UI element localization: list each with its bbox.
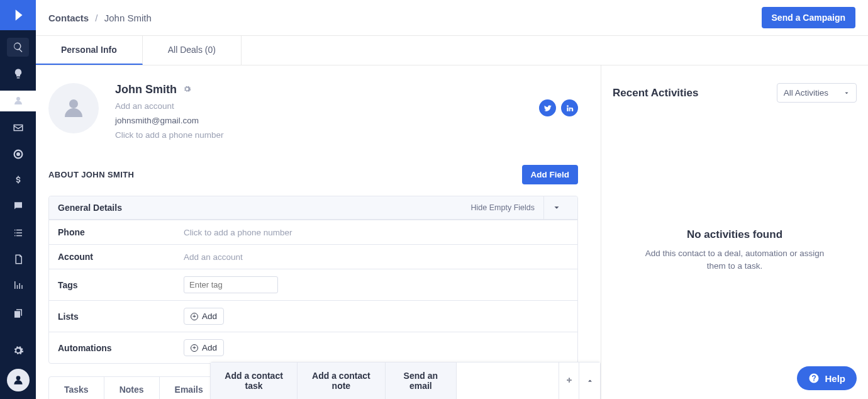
target-icon (13, 149, 24, 160)
sidebar-user-avatar[interactable] (7, 369, 30, 391)
gear-icon (183, 85, 191, 93)
move-action-bar-button[interactable] (559, 362, 580, 399)
sidebar-settings[interactable] (7, 339, 29, 361)
contact-details-pane: John Smith Add an account johnsmith@gmai… (36, 65, 601, 399)
search-icon (13, 42, 24, 53)
help-button[interactable]: Help (797, 366, 857, 390)
add-contact-note-button[interactable]: Add a contact note (298, 362, 385, 399)
chart-icon (13, 279, 24, 291)
add-contact-task-button[interactable]: Add a contact task (211, 362, 298, 399)
plus-icon: + (191, 344, 198, 352)
breadcrumb-current: John Smith (104, 13, 152, 23)
add-field-button[interactable]: Add Field (522, 165, 579, 184)
field-value-phone[interactable]: Click to add a phone number (184, 228, 292, 237)
contact-settings-button[interactable] (183, 84, 191, 96)
contact-email[interactable]: johnsmith@gmail.com (115, 116, 224, 125)
sidebar-chat[interactable] (7, 197, 29, 216)
field-label-account: Account (58, 252, 184, 262)
page-icon (13, 254, 24, 265)
sidebar-apps[interactable] (7, 302, 29, 324)
person-icon (12, 374, 25, 386)
field-label-lists: Lists (58, 312, 184, 322)
about-heading: ABOUT JOHN SMITH (48, 170, 134, 179)
twitter-icon (543, 104, 552, 113)
main-tabs: Personal Info All Deals (0) (36, 36, 868, 65)
linkedin-button[interactable] (561, 99, 578, 116)
recent-activities-title: Recent Activities (613, 87, 698, 99)
contact-add-phone-link[interactable]: Click to add a phone number (115, 130, 224, 140)
tab-personal-info[interactable]: Personal Info (36, 36, 143, 65)
twitter-button[interactable] (539, 99, 556, 116)
tags-input[interactable] (184, 276, 278, 293)
contacts-icon (13, 95, 24, 106)
chat-icon (13, 201, 24, 212)
recent-activities-pane: Recent Activities All Activities No acti… (601, 65, 868, 399)
action-spacer (457, 362, 559, 399)
sidebar-pages[interactable] (7, 250, 29, 269)
field-label-phone: Phone (58, 227, 184, 237)
person-icon (60, 95, 87, 121)
mail-icon (13, 122, 24, 133)
caret-down-icon (843, 90, 850, 96)
copy-icon (13, 308, 24, 319)
topbar: Contacts / John Smith Send a Campaign (36, 0, 868, 36)
hide-empty-fields-link[interactable]: Hide Empty Fields (471, 203, 535, 212)
contact-avatar[interactable] (48, 83, 99, 133)
field-label-tags: Tags (58, 280, 184, 290)
send-campaign-button[interactable]: Send a Campaign (762, 7, 855, 28)
tab-all-deals[interactable]: All Deals (0) (143, 36, 242, 65)
no-activities-title: No activities found (613, 228, 857, 241)
sidebar-idea[interactable] (7, 64, 29, 83)
tab-notes[interactable]: Notes (104, 377, 160, 399)
collapse-action-bar-button[interactable] (579, 362, 600, 399)
breadcrumb-separator: / (95, 13, 97, 23)
plus-icon: + (191, 313, 198, 320)
linkedin-icon (565, 104, 574, 113)
general-details-title: General Details (58, 203, 122, 213)
help-icon (808, 373, 820, 384)
add-automation-button[interactable]: +Add (184, 339, 224, 356)
breadcrumb: Contacts / John Smith (48, 13, 152, 23)
contact-name: John Smith (115, 83, 177, 96)
sidebar-contacts[interactable] (0, 91, 36, 111)
app-logo[interactable] (0, 0, 36, 30)
sidebar-reports[interactable] (7, 276, 29, 295)
field-label-automations: Automations (58, 343, 184, 353)
send-email-button[interactable]: Send an email (386, 362, 457, 399)
general-details-card: General Details Hide Empty Fields Phone … (48, 196, 578, 364)
gear-icon (13, 345, 24, 356)
quick-action-bar: Add a contact task Add a contact note Se… (210, 362, 601, 399)
add-list-button[interactable]: +Add (184, 308, 224, 325)
chevron-right-icon (10, 7, 26, 23)
contact-add-account-link[interactable]: Add an account (115, 101, 224, 111)
collapse-toggle[interactable] (543, 196, 569, 219)
sidebar-target[interactable] (7, 145, 29, 164)
chevron-down-icon (552, 203, 561, 212)
list-icon (13, 227, 24, 239)
sidebar-mail[interactable] (7, 119, 29, 138)
sidebar-search[interactable] (7, 38, 29, 57)
bulb-icon (13, 68, 24, 79)
no-activities-subtitle: Add this contact to a deal, automation o… (637, 247, 832, 273)
activities-filter-select[interactable]: All Activities (777, 83, 857, 103)
tab-tasks[interactable]: Tasks (49, 377, 104, 399)
caret-up-icon (586, 377, 594, 385)
breadcrumb-root[interactable]: Contacts (48, 13, 89, 23)
sidebar-list[interactable] (7, 223, 29, 242)
sidebar-deals[interactable] (7, 171, 29, 190)
sidebar (0, 0, 36, 399)
field-value-account[interactable]: Add an account (184, 252, 243, 262)
move-icon (565, 377, 573, 385)
dollar-icon (13, 175, 24, 186)
